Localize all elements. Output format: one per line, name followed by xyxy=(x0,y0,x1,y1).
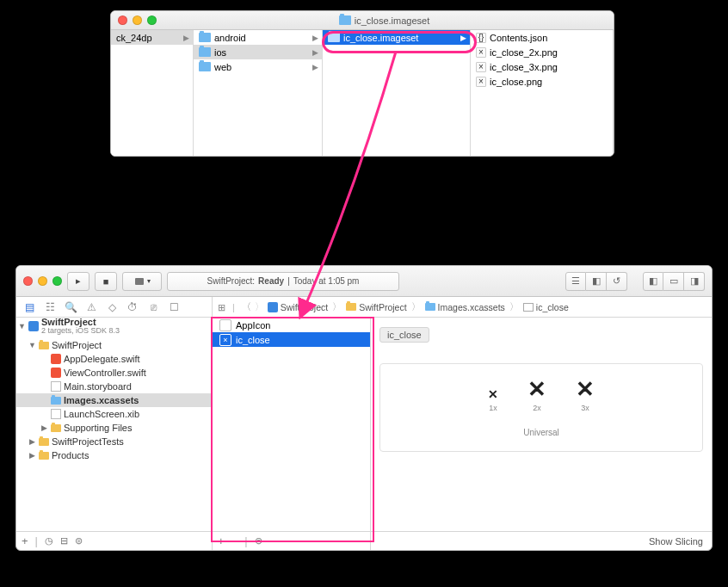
project-navigator[interactable]: ▼ SwiftProject 2 targets, iOS SDK 8.3 ▼ … xyxy=(16,318,213,550)
minimize-icon[interactable] xyxy=(38,276,47,286)
folder-icon xyxy=(39,342,49,349)
test-navigator-icon[interactable]: ◇ xyxy=(102,299,121,316)
image-file-icon: × xyxy=(476,62,486,72)
filter-icon[interactable]: ⊜ xyxy=(75,535,83,547)
toggle-navigator-button[interactable]: ◧ xyxy=(643,272,663,291)
filter-recent-icon[interactable]: ◷ xyxy=(45,535,53,547)
standard-editor-button[interactable]: ☰ xyxy=(565,272,586,291)
asset-item-appicon[interactable]: AppIcon xyxy=(213,318,370,332)
debug-navigator-icon[interactable]: ⏱ xyxy=(123,299,142,316)
add-asset-button[interactable]: + xyxy=(218,534,225,547)
finder-item[interactable]: android ▶ xyxy=(194,30,322,45)
finder-col-0[interactable]: ck_24dp ▶ xyxy=(111,30,194,156)
xcode-window: ▸ ■ ▾ SwiftProject: Ready | Today at 1:0… xyxy=(15,265,713,551)
finder-item[interactable]: × ic_close_3x.png xyxy=(471,59,613,74)
finder-item[interactable]: web ▶ xyxy=(194,59,322,74)
finder-item[interactable]: × ic_close_2x.png xyxy=(471,45,613,59)
assets-preview: ic_close ✕ 1x ✕ 2x xyxy=(371,318,712,550)
forward-button[interactable]: 〉 xyxy=(255,301,264,313)
asset-item-selected[interactable]: × ic_close xyxy=(213,332,370,347)
tree-row-file-selected[interactable]: Images.xcassets xyxy=(16,393,212,407)
navigator-selector[interactable]: ▤ ☷ 🔍 ⚠ ◇ ⏱ ⎚ ☐ xyxy=(16,297,213,317)
find-navigator-icon[interactable]: 🔍 xyxy=(61,299,80,316)
folder-icon xyxy=(425,303,435,311)
zoom-icon[interactable] xyxy=(52,276,62,286)
image-slot-3x[interactable]: ✕ 3x xyxy=(576,378,595,412)
scheme-selector[interactable]: ▾ xyxy=(122,272,162,291)
xcode-toolbar: ▸ ■ ▾ SwiftProject: Ready | Today at 1:0… xyxy=(16,266,712,297)
image-slot-1x[interactable]: ✕ 1x xyxy=(488,388,498,412)
finder-item[interactable]: {} Contents.json xyxy=(471,30,613,45)
finder-col-2[interactable]: ic_close.imageset ▶ xyxy=(323,30,471,156)
universal-label: Universal xyxy=(523,428,559,437)
folder-icon xyxy=(39,452,49,460)
issue-navigator-icon[interactable]: ⚠ xyxy=(82,299,101,316)
close-icon[interactable] xyxy=(23,276,33,286)
finder-item-selected[interactable]: ic_close.imageset ▶ xyxy=(323,30,470,45)
symbol-navigator-icon[interactable]: ☷ xyxy=(40,299,59,316)
project-tree[interactable]: ▼ SwiftProject 2 targets, iOS SDK 8.3 ▼ … xyxy=(16,318,212,531)
assistant-editor-button[interactable]: ◧ xyxy=(586,272,607,291)
assets-list[interactable]: AppIcon × ic_close + − | ⊜ xyxy=(213,318,371,550)
toggle-debug-button[interactable]: ▭ xyxy=(663,272,684,291)
finder-columns: ck_24dp ▶ android ▶ ios ▶ web ▶ xyxy=(111,30,614,156)
show-slicing-button[interactable]: Show Slicing xyxy=(649,536,703,547)
close-icon[interactable] xyxy=(118,15,127,25)
swift-file-icon xyxy=(51,354,61,364)
finder-col-3[interactable]: {} Contents.json × ic_close_2x.png × ic_… xyxy=(471,30,614,156)
imageset-icon: × xyxy=(219,334,231,346)
xcode-body: ▼ SwiftProject 2 targets, iOS SDK 8.3 ▼ … xyxy=(16,318,712,550)
svg-rect-0 xyxy=(135,278,144,285)
tree-row-file[interactable]: AppDelegate.swift xyxy=(16,352,212,366)
chevron-right-icon: ▶ xyxy=(312,34,318,42)
tree-row-file[interactable]: Main.storyboard xyxy=(16,380,212,393)
folder-icon xyxy=(199,62,211,71)
image-slot-2x[interactable]: ✕ 2x xyxy=(527,378,546,412)
finder-item[interactable]: ios ▶ xyxy=(194,45,322,59)
image-file-icon: × xyxy=(476,47,486,58)
folder-icon xyxy=(39,438,49,446)
run-button[interactable]: ▸ xyxy=(67,272,89,291)
image-file-icon: × xyxy=(476,77,486,87)
finder-item[interactable]: × ic_close.png xyxy=(471,74,613,89)
panel-toggle-segmented[interactable]: ◧ ▭ ◨ xyxy=(643,272,705,291)
chevron-right-icon: ▶ xyxy=(312,48,318,57)
tree-row-file[interactable]: ViewController.swift xyxy=(16,366,212,380)
back-button[interactable]: 〈 xyxy=(242,301,251,313)
breadcrumb[interactable]: SwiftProject〉 SwiftProject〉 Images.xcass… xyxy=(268,301,569,313)
toggle-utilities-button[interactable]: ◨ xyxy=(684,272,705,291)
folder-icon xyxy=(346,303,356,311)
report-navigator-icon[interactable]: ☐ xyxy=(164,299,183,316)
zoom-icon[interactable] xyxy=(147,15,157,25)
filter-scm-icon[interactable]: ⊟ xyxy=(60,535,68,547)
jump-bar[interactable]: ⊞ | 〈 〉 SwiftProject〉 SwiftProject〉 Imag… xyxy=(213,297,712,317)
minimize-icon[interactable] xyxy=(133,15,142,25)
tree-row-group[interactable]: ▶ Products xyxy=(16,448,212,462)
folder-icon xyxy=(51,424,61,432)
navigator-footer[interactable]: + | ◷ ⊟ ⊜ xyxy=(16,531,212,550)
filter-icon[interactable]: ⊜ xyxy=(255,535,262,547)
tree-row-group[interactable]: ▶ SwiftProjectTests xyxy=(16,435,212,448)
project-navigator-icon[interactable]: ▤ xyxy=(20,299,39,316)
stop-button[interactable]: ■ xyxy=(95,272,117,291)
breakpoint-navigator-icon[interactable]: ⎚ xyxy=(144,299,163,316)
swift-file-icon xyxy=(51,368,61,378)
related-items-icon[interactable]: ⊞ xyxy=(218,302,225,312)
tree-row-group[interactable]: ▶ Supporting Files xyxy=(16,421,212,435)
tree-row-file[interactable]: LaunchScreen.xib xyxy=(16,407,212,421)
close-glyph-icon: ✕ xyxy=(527,378,546,400)
appicon-icon xyxy=(219,319,231,331)
add-button[interactable]: + xyxy=(22,534,28,547)
tree-row-group[interactable]: ▼ SwiftProject xyxy=(16,338,212,352)
editor-mode-segmented[interactable]: ☰ ◧ ↺ xyxy=(565,272,627,291)
tree-row-project[interactable]: ▼ SwiftProject 2 targets, iOS SDK 8.3 xyxy=(16,319,212,333)
version-editor-button[interactable]: ↺ xyxy=(607,272,627,291)
finder-item[interactable]: ck_24dp ▶ xyxy=(111,30,193,45)
assets-footer[interactable]: + − | ⊜ xyxy=(213,531,370,550)
finder-title: ic_close.imageset xyxy=(162,15,607,26)
remove-asset-button[interactable]: − xyxy=(231,534,238,547)
finder-col-1[interactable]: android ▶ ios ▶ web ▶ xyxy=(194,30,323,156)
chevron-right-icon: ▶ xyxy=(312,63,318,71)
activity-viewer: SwiftProject: Ready | Today at 1:05 pm xyxy=(167,272,399,291)
folder-icon xyxy=(199,33,211,42)
